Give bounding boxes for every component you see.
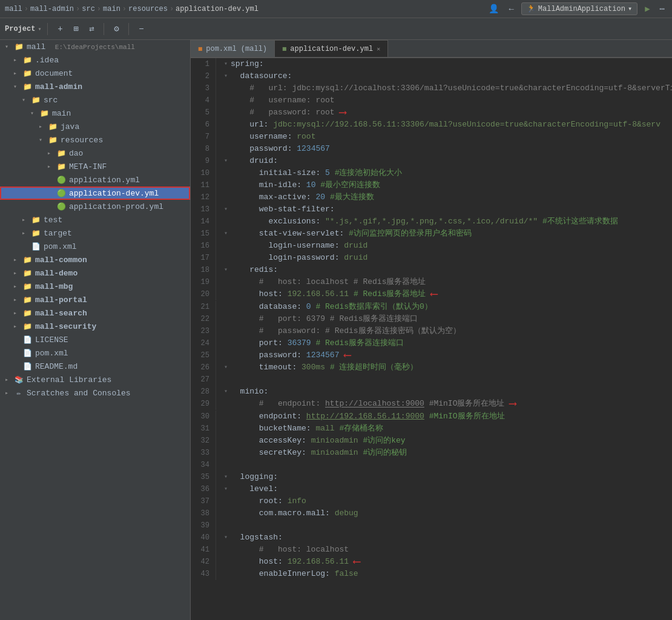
folder-icon: 📁	[47, 121, 58, 132]
code-line: 16 login-username: druid	[191, 240, 672, 252]
line-number: 41	[191, 544, 216, 556]
line-gutter[interactable]: ▾	[221, 58, 231, 70]
code-line: 14 exclusions: "*.js,*.gif,*.jpg,*.png,*…	[191, 216, 672, 228]
line-number: 43	[191, 568, 216, 580]
line-gutter[interactable]: ▾	[221, 483, 231, 495]
sidebar-item-mall-security[interactable]: ▸ 📁 mall-security	[0, 320, 190, 333]
sidebar-item-application-prod-yml[interactable]: 🟢 application-prod.yml	[0, 200, 190, 213]
folder-icon: 📁	[22, 254, 33, 265]
sidebar-item-label: Scratches and Consoles	[27, 389, 131, 398]
breadcrumb-src[interactable]: src	[82, 5, 95, 13]
sidebar-item-label: mall-search	[35, 309, 87, 318]
sidebar-item-src[interactable]: ▾ 📁 src	[0, 93, 190, 107]
line-gutter[interactable]: ▾	[221, 386, 231, 398]
line-content: initial-size: 5 #连接池初始化大小	[231, 167, 672, 179]
tab-label: pom.xml (mall)	[206, 45, 267, 53]
tab-close-icon[interactable]: ✕	[377, 45, 380, 53]
more-icon[interactable]: ⋯	[657, 2, 667, 15]
line-number: 29	[191, 398, 216, 410]
code-line: 38 com.macro.mall: debug	[191, 507, 672, 519]
sidebar-item-pom-xml-root[interactable]: 📄 pom.xml	[0, 346, 190, 360]
run-icon[interactable]: ▶	[642, 2, 652, 15]
line-gutter[interactable]: ▾	[221, 70, 231, 82]
tree-arrow: ▸	[13, 70, 22, 77]
sidebar-item-application-dev-yml[interactable]: 🟢 application-dev.yml	[0, 186, 190, 200]
tab-application-dev-yml[interactable]: ◼ application-dev.yml ✕	[275, 40, 388, 57]
toolbar-separator-2	[104, 23, 104, 35]
run-config-label: MallAdminApplication	[538, 5, 625, 13]
sidebar-item-target[interactable]: ▸ 📁 target	[0, 226, 190, 240]
code-line: 18 ▾ redis:	[191, 264, 672, 276]
line-content: level:	[231, 483, 672, 495]
sidebar-item-pom-xml-admin[interactable]: 📄 pom.xml	[0, 240, 190, 253]
sidebar-item-resources[interactable]: ▾ 📁 resources	[0, 133, 190, 147]
xml-file-icon: 📄	[22, 348, 33, 358]
settings-icon[interactable]: ⚙	[110, 23, 122, 35]
folder-icon: 📁	[22, 68, 33, 79]
line-content: minio:	[231, 386, 672, 398]
line-gutter[interactable]: ▾	[221, 471, 231, 483]
sidebar-item-license[interactable]: 📄 LICENSE	[0, 333, 190, 346]
line-gutter[interactable]: ▾	[221, 155, 231, 167]
sidebar-item-test[interactable]: ▸ 📁 test	[0, 213, 190, 226]
vcs-icon[interactable]: 👤	[486, 2, 501, 15]
code-line: 17 login-password: druid	[191, 252, 672, 264]
editor-content[interactable]: 1 ▾ spring: 2 ▾ datasource: 3 # url: jdb…	[191, 58, 672, 620]
breadcrumb-resources[interactable]: resources	[128, 5, 168, 13]
line-gutter[interactable]: ▾	[221, 228, 231, 240]
close-panel-icon[interactable]: −	[135, 23, 147, 35]
code-line: 23 # password: # Redis服务器连接密码（默认为空）	[191, 325, 672, 337]
sidebar-item-meta-inf[interactable]: ▸ 📁 META-INF	[0, 160, 190, 173]
sidebar-item-label: java	[61, 122, 79, 131]
sidebar-item-document[interactable]: ▸ 📁 document	[0, 67, 190, 80]
editor-area: ◼ pom.xml (mall) ◼ application-dev.yml ✕…	[191, 40, 672, 620]
sidebar-item-mall-admin[interactable]: ▾ 📁 mall-admin	[0, 80, 190, 93]
sidebar-item-mall-demo[interactable]: ▸ 📁 mall-demo	[0, 266, 190, 280]
sidebar-item-mall-search[interactable]: ▸ 📁 mall-search	[0, 306, 190, 320]
project-dropdown-icon[interactable]: ▾	[38, 25, 41, 33]
sidebar-item-mall-common[interactable]: ▸ 📁 mall-common	[0, 253, 190, 266]
diff-icon[interactable]: ⇄	[85, 23, 97, 35]
tree-arrow: ▾	[39, 136, 47, 143]
sidebar-item-mall-mbg[interactable]: ▸ 📁 mall-mbg	[0, 280, 190, 293]
sidebar-item-label: main	[52, 109, 71, 118]
sidebar-item-label: application.yml	[69, 176, 140, 185]
sidebar-item-java[interactable]: ▸ 📁 java	[0, 120, 190, 133]
line-content: accessKey: minioadmin #访问的key	[231, 435, 672, 447]
code-line: 26 ▾ timeout: 300ms # 连接超时时间（毫秒）	[191, 361, 672, 374]
sidebar-item-main[interactable]: ▾ 📁 main	[0, 107, 190, 120]
sidebar-item-idea[interactable]: ▸ 📁 .idea	[0, 53, 190, 67]
tab-pom-xml[interactable]: ◼ pom.xml (mall)	[191, 40, 275, 57]
breadcrumb-mall[interactable]: mall	[5, 5, 22, 13]
line-content: url: jdbc:mysql://192.168.56.11:33306/ma…	[231, 119, 672, 131]
sidebar-item-mall-portal[interactable]: ▸ 📁 mall-portal	[0, 293, 190, 306]
breadcrumb-main[interactable]: main	[103, 5, 120, 13]
code-line: 43 enableInnerLog: false	[191, 568, 672, 580]
line-gutter[interactable]: ▾	[221, 203, 231, 216]
line-content: datasource:	[231, 70, 672, 82]
line-gutter[interactable]: ▾	[221, 532, 231, 544]
back-icon[interactable]: ←	[506, 3, 516, 15]
sidebar-item-mall[interactable]: ▾ 📁 mall E:\IdeaProjects\mall	[0, 40, 190, 53]
code-line: 41 # host: localhost	[191, 544, 672, 556]
breadcrumb-file[interactable]: application-dev.yml	[176, 5, 259, 13]
layout-icon[interactable]: ⊞	[70, 23, 82, 35]
line-gutter[interactable]: ▾	[221, 361, 231, 374]
line-gutter[interactable]: ▾	[221, 264, 231, 276]
sidebar-item-scratches[interactable]: ▸ ✏ Scratches and Consoles	[0, 386, 190, 400]
folder-icon: 📁	[22, 268, 33, 279]
breadcrumb-mall-admin[interactable]: mall-admin	[30, 5, 74, 13]
line-number: 6	[191, 119, 216, 131]
add-icon[interactable]: +	[54, 23, 66, 35]
line-content: # password: # Redis服务器连接密码（默认为空）	[231, 325, 672, 337]
resources-folder-icon: 📁	[47, 134, 58, 145]
sidebar-item-readme[interactable]: 📄 README.md	[0, 360, 190, 373]
file-icon: 📄	[22, 334, 33, 345]
tree-arrow: ▸	[47, 150, 56, 157]
sidebar-item-dao[interactable]: ▸ 📁 dao	[0, 147, 190, 160]
yml-file-icon: 🟢	[56, 174, 67, 185]
sidebar-item-external-libraries[interactable]: ▸ 📚 External Libraries	[0, 373, 190, 386]
sidebar-item-application-yml[interactable]: 🟢 application.yml	[0, 173, 190, 186]
run-config[interactable]: 🏃 MallAdminApplication ▾	[521, 2, 637, 15]
code-line: 19 # host: localhost # Redis服务器地址	[191, 276, 672, 288]
